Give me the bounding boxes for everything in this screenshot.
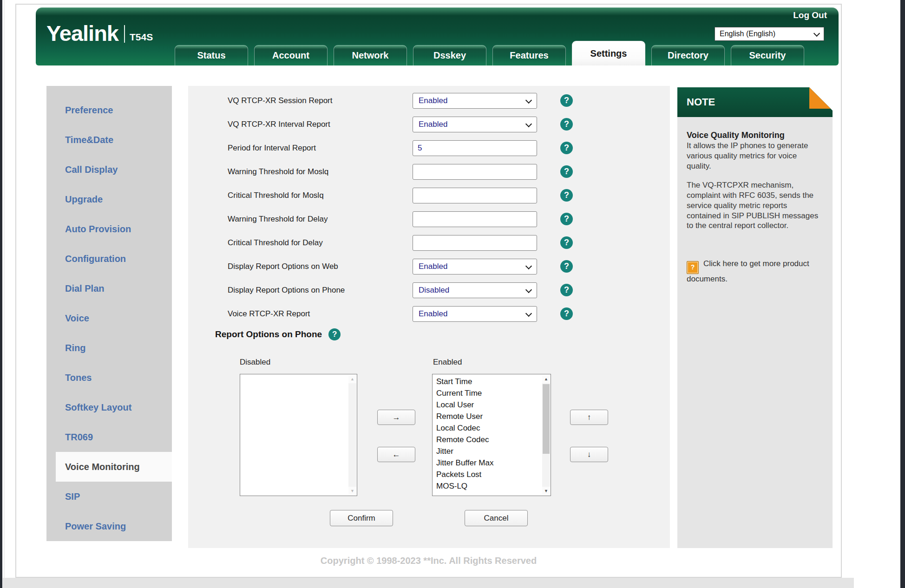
brand-model: T54S: [130, 32, 153, 43]
tab-features[interactable]: Features: [492, 45, 566, 65]
sidebar-item-dial-plan[interactable]: Dial Plan: [46, 274, 172, 303]
form-row: Voice RTCP-XR ReportEnabled?: [188, 306, 670, 322]
sidebar-item-power-saving[interactable]: Power Saving: [46, 511, 172, 541]
vq-rtcp-xr-interval-report-select[interactable]: Enabled: [413, 117, 537, 132]
list-item[interactable]: Jitter Buffer Max: [433, 457, 542, 469]
sidebar-item-voice-monitoring[interactable]: Voice Monitoring: [56, 452, 172, 482]
tab-security[interactable]: Security: [731, 45, 804, 65]
list-item[interactable]: Remote User: [433, 411, 542, 422]
critical-threshold-for-delay-input[interactable]: [413, 235, 537, 251]
voice-rtcp-xr-report-select[interactable]: Enabled: [413, 306, 537, 322]
select-value: Enabled: [419, 96, 447, 105]
tab-settings[interactable]: Settings: [572, 41, 645, 65]
move-right-button[interactable]: →: [377, 410, 415, 425]
horizontal-scrollbar-track[interactable]: [3, 578, 854, 588]
list-item[interactable]: MOS-LQ: [433, 480, 542, 492]
select-value: Enabled: [419, 309, 447, 319]
window-right-edge: [900, 0, 905, 588]
list-item[interactable]: Jitter: [433, 445, 542, 457]
scrollbar-thumb[interactable]: [543, 384, 550, 454]
sidebar-item-call-display[interactable]: Call Display: [46, 155, 172, 184]
sidebar-item-ring[interactable]: Ring: [46, 333, 172, 363]
sidebar-item-tones[interactable]: Tones: [46, 363, 172, 392]
sidebar-item-softkey-layout[interactable]: Softkey Layout: [46, 392, 172, 422]
move-left-button[interactable]: ←: [377, 447, 415, 462]
field-label: Period for Interval Report: [228, 140, 316, 156]
tab-status[interactable]: Status: [175, 45, 248, 65]
help-icon[interactable]: ?: [560, 94, 573, 107]
logo-divider: [124, 25, 125, 43]
help-icon[interactable]: ?: [560, 189, 573, 202]
enabled-listbox[interactable]: Start TimeCurrent TimeLocal UserRemote U…: [432, 374, 551, 496]
chevron-down-icon: [525, 262, 532, 269]
disabled-list-label: Disabled: [240, 358, 270, 367]
language-select[interactable]: English (English): [715, 27, 824, 41]
enabled-list-items: Start TimeCurrent TimeLocal UserRemote U…: [433, 376, 542, 495]
list-item[interactable]: Local User: [433, 399, 542, 411]
tab-account[interactable]: Account: [254, 45, 328, 65]
form-row: Display Report Options on WebEnabled?: [188, 259, 670, 274]
logout-link[interactable]: Log Out: [762, 10, 827, 20]
sidebar: PreferenceTime&DateCall DisplayUpgradeAu…: [46, 86, 172, 541]
tab-network[interactable]: Network: [334, 45, 407, 65]
language-value: English (English): [720, 30, 775, 38]
chevron-down-icon: [813, 30, 820, 36]
sidebar-item-configuration[interactable]: Configuration: [46, 244, 172, 274]
display-report-options-on-phone-select[interactable]: Disabled: [413, 282, 537, 298]
help-icon[interactable]: ?: [560, 260, 573, 273]
field-label: Display Report Options on Phone: [228, 282, 345, 298]
help-icon[interactable]: ?: [560, 307, 573, 320]
sidebar-item-auto-provision[interactable]: Auto Provision: [46, 214, 172, 244]
help-icon[interactable]: ?: [560, 142, 573, 154]
brand-name: Yealink: [46, 23, 118, 44]
scroll-up-icon[interactable]: ▲: [348, 375, 356, 383]
list-item[interactable]: Current Time: [433, 387, 542, 399]
sidebar-item-tr069[interactable]: TR069: [46, 422, 172, 452]
product-docs-link[interactable]: ?Click here to get more product document…: [687, 259, 823, 284]
move-down-button[interactable]: ↓: [570, 447, 608, 462]
cancel-button[interactable]: Cancel: [465, 510, 528, 526]
sidebar-item-upgrade[interactable]: Upgrade: [46, 184, 172, 214]
enabled-list-label: Enabled: [433, 358, 462, 367]
scroll-up-icon[interactable]: ▲: [542, 375, 550, 383]
field-label: Voice RTCP-XR Report: [228, 306, 310, 322]
select-value: Enabled: [419, 120, 447, 129]
help-icon[interactable]: ?: [560, 284, 573, 296]
help-icon[interactable]: ?: [560, 165, 573, 178]
vq-rtcp-xr-session-report-select[interactable]: Enabled: [413, 93, 537, 109]
list-item[interactable]: Local Codec: [433, 422, 542, 434]
scroll-down-icon[interactable]: ▼: [542, 487, 550, 495]
list-item[interactable]: Packets Lost: [433, 469, 542, 480]
field-label: Warning Threshold for Moslq: [228, 164, 328, 180]
sidebar-item-time-date[interactable]: Time&Date: [46, 125, 172, 155]
sidebar-item-preference[interactable]: Preference: [46, 95, 172, 125]
scroll-down-icon[interactable]: ▼: [348, 487, 356, 495]
note-paragraph: It allows the IP phones to generate vari…: [687, 141, 823, 171]
tab-directory[interactable]: Directory: [651, 45, 725, 65]
form-row: Warning Threshold for Moslq?: [188, 164, 670, 180]
list-item[interactable]: Start Time: [433, 376, 542, 387]
display-report-options-on-web-select[interactable]: Enabled: [413, 259, 537, 274]
scrollbar[interactable]: ▲ ▼: [348, 375, 356, 495]
help-icon[interactable]: ?: [560, 236, 573, 249]
note-paragraph: The VQ-RTCPXR mechanism, complaint with …: [687, 180, 823, 231]
help-icon[interactable]: ?: [560, 213, 573, 225]
help-icon[interactable]: ?: [560, 118, 573, 131]
copyright-text: Copyright © 1998-2023 **Inc. All Rights …: [15, 555, 842, 566]
warning-threshold-for-delay-input[interactable]: [413, 211, 537, 227]
sidebar-item-voice[interactable]: Voice: [46, 303, 172, 333]
move-up-button[interactable]: ↑: [570, 410, 608, 425]
scrollbar[interactable]: ▲ ▼: [542, 375, 550, 495]
critical-threshold-for-moslq-input[interactable]: [413, 188, 537, 203]
tab-dsskey[interactable]: Dsskey: [413, 45, 486, 65]
form-row: Critical Threshold for Moslq?: [188, 188, 670, 203]
chevron-down-icon: [525, 97, 532, 103]
warning-threshold-for-moslq-input[interactable]: [413, 164, 537, 180]
folded-corner-icon: [804, 87, 833, 116]
help-icon[interactable]: ?: [328, 328, 341, 340]
sidebar-item-sip[interactable]: SIP: [46, 482, 172, 511]
list-item[interactable]: Remote Codec: [433, 434, 542, 445]
period-for-interval-report-input[interactable]: [413, 140, 537, 156]
confirm-button[interactable]: Confirm: [330, 510, 393, 526]
disabled-listbox[interactable]: ▲ ▼: [240, 374, 357, 496]
